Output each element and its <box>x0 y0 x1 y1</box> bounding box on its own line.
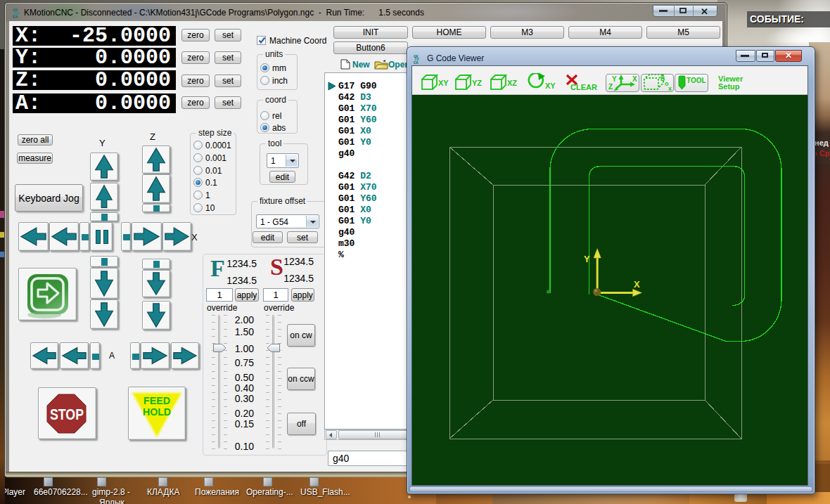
svg-text:Y: Y <box>584 254 590 264</box>
svg-text:XY: XY <box>438 79 449 87</box>
svg-text:XY: XY <box>545 82 556 90</box>
svg-text:CA: CA <box>414 60 419 65</box>
svg-text:Y: Y <box>612 75 617 83</box>
svg-text:x: x <box>668 85 672 91</box>
svg-text:XZ: XZ <box>507 79 517 87</box>
svg-text:X: X <box>632 75 637 83</box>
svg-text:CA: CA <box>13 15 18 19</box>
svg-text:YZ: YZ <box>472 79 482 87</box>
svg-text:X: X <box>634 279 640 290</box>
svg-text:TOOL: TOOL <box>687 77 706 84</box>
svg-text:FEED: FEED <box>143 394 170 406</box>
svg-text:STOP: STOP <box>50 406 84 423</box>
svg-text:Z: Z <box>608 83 613 91</box>
svg-text:HOLD: HOLD <box>143 406 171 418</box>
svg-text:CLEAR: CLEAR <box>570 83 597 91</box>
